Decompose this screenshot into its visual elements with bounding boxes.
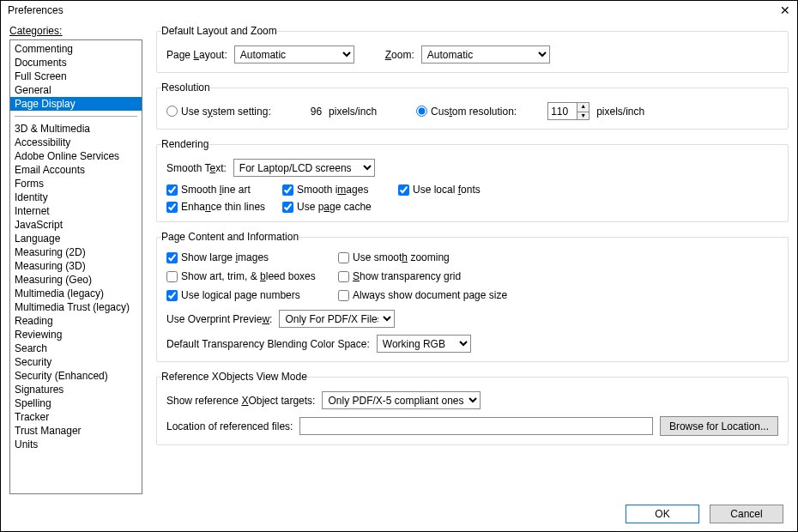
zoom-select[interactable]: Automatic: [421, 45, 550, 63]
enhance-thin-lines-checkbox[interactable]: [166, 202, 178, 213]
use-smooth-zooming-label: Use smooth zooming: [353, 251, 450, 263]
custom-dpi-spinner[interactable]: ▲▼: [547, 102, 589, 120]
xobject-targets-select[interactable]: Only PDF/X-5 compliant ones: [322, 391, 481, 409]
use-system-label: Use system setting:: [181, 106, 271, 118]
show-large-images-checkbox[interactable]: [166, 252, 178, 263]
show-transparency-grid-label: Show transparency grid: [353, 270, 461, 282]
enhance-thin-lines-label: Enhance thin lines: [181, 201, 265, 213]
smooth-images-checkbox[interactable]: [282, 184, 293, 196]
legend-page-content: Page Content and Information: [161, 231, 299, 243]
category-item[interactable]: Multimedia Trust (legacy): [10, 300, 142, 314]
smooth-text-label: Smooth Text:: [166, 162, 227, 174]
use-local-fonts-label: Use local fonts: [413, 184, 481, 196]
close-icon[interactable]: ✕: [780, 3, 790, 17]
category-item[interactable]: Page Display: [10, 97, 142, 111]
custom-resolution-radio[interactable]: [416, 106, 427, 117]
show-large-images-label: Show large images: [181, 251, 269, 263]
custom-resolution-label: Custom resolution:: [431, 106, 517, 118]
category-item[interactable]: Reviewing: [10, 328, 142, 342]
show-art-trim-label: Show art, trim, & bleed boxes: [181, 270, 316, 282]
category-item[interactable]: Adobe Online Services: [10, 149, 142, 163]
group-xobjects: Reference XObjects View Mode Show refere…: [156, 371, 789, 445]
category-item[interactable]: Security (Enhanced): [10, 369, 142, 383]
category-item[interactable]: Security: [10, 355, 142, 369]
category-item[interactable]: Spelling: [10, 396, 142, 410]
category-item[interactable]: Documents: [10, 56, 142, 70]
smooth-text-select[interactable]: For Laptop/LCD screens: [233, 159, 375, 177]
category-item[interactable]: Language: [10, 232, 142, 245]
category-item[interactable]: Internet: [10, 204, 142, 218]
group-rendering: Rendering Smooth Text: For Laptop/LCD sc…: [156, 138, 789, 222]
use-local-fonts-checkbox[interactable]: [398, 184, 409, 196]
category-item[interactable]: Reading: [10, 314, 142, 328]
always-show-doc-size-label: Always show document page size: [353, 289, 507, 301]
category-item[interactable]: Search: [10, 342, 142, 355]
overprint-label: Use Overprint Preview:: [166, 313, 272, 325]
group-resolution: Resolution Use system setting: 96 pixels…: [156, 82, 789, 130]
group-page-content: Page Content and Information Show large …: [156, 231, 789, 362]
always-show-doc-size-checkbox[interactable]: [338, 290, 349, 301]
category-item[interactable]: General: [10, 83, 142, 97]
page-layout-select[interactable]: Automatic: [234, 45, 354, 63]
system-dpi-value: 96: [311, 106, 322, 118]
xobject-targets-label: Show reference XObject targets:: [166, 395, 315, 407]
page-layout-label: Page Layout:: [166, 49, 227, 61]
show-transparency-grid-checkbox[interactable]: [338, 271, 349, 282]
smooth-line-art-checkbox[interactable]: [166, 184, 178, 196]
legend-rendering: Rendering: [161, 138, 209, 150]
category-item[interactable]: Measuring (2D): [10, 245, 142, 259]
category-item[interactable]: Commenting: [10, 42, 142, 56]
show-art-trim-checkbox[interactable]: [166, 271, 178, 282]
use-logical-page-checkbox[interactable]: [166, 290, 178, 301]
category-item[interactable]: Multimedia (legacy): [10, 287, 142, 300]
category-item[interactable]: Tracker: [10, 410, 142, 424]
categories-label: Categories:: [9, 25, 142, 37]
system-dpi-units: pixels/inch: [329, 106, 377, 118]
browse-location-button[interactable]: Browse for Location...: [660, 416, 778, 436]
categories-list[interactable]: CommentingDocumentsFull ScreenGeneralPag…: [9, 39, 142, 494]
use-smooth-zooming-checkbox[interactable]: [338, 252, 349, 263]
window-title: Preferences: [8, 4, 63, 16]
blending-space-select[interactable]: Working RGB: [377, 335, 471, 353]
custom-dpi-units: pixels/inch: [596, 106, 644, 118]
spin-down-icon[interactable]: ▼: [577, 112, 589, 121]
category-item[interactable]: Forms: [10, 177, 142, 190]
use-page-cache-checkbox[interactable]: [282, 202, 293, 213]
ok-button[interactable]: OK: [626, 505, 699, 523]
smooth-images-label: Smooth images: [297, 184, 368, 196]
spin-up-icon[interactable]: ▲: [577, 102, 589, 112]
category-item[interactable]: Trust Manager: [10, 424, 142, 438]
use-system-radio[interactable]: [166, 106, 178, 117]
category-item[interactable]: Accessibility: [10, 136, 142, 149]
category-item[interactable]: 3D & Multimedia: [10, 122, 142, 136]
category-item[interactable]: JavaScript: [10, 218, 142, 232]
category-item[interactable]: Measuring (Geo): [10, 273, 142, 287]
category-item[interactable]: Measuring (3D): [10, 259, 142, 273]
use-logical-page-label: Use logical page numbers: [181, 289, 300, 301]
category-item[interactable]: Signatures: [10, 383, 142, 396]
group-default-layout: Default Layout and Zoom Page Layout: Aut…: [156, 25, 789, 73]
overprint-select[interactable]: Only For PDF/X Files: [279, 310, 395, 328]
legend-xobjects: Reference XObjects View Mode: [161, 371, 307, 383]
legend-resolution: Resolution: [161, 82, 210, 94]
blending-space-label: Default Transparency Blending Color Spac…: [166, 338, 370, 350]
smooth-line-art-label: Smooth line art: [181, 184, 251, 196]
category-item[interactable]: Identity: [10, 190, 142, 204]
cancel-button[interactable]: Cancel: [710, 505, 783, 523]
use-page-cache-label: Use page cache: [297, 201, 372, 213]
location-label: Location of referenced files:: [166, 420, 293, 432]
category-item[interactable]: Full Screen: [10, 70, 142, 83]
category-separator: [15, 116, 137, 117]
legend-default-layout: Default Layout and Zoom: [161, 25, 277, 37]
zoom-label: Zoom:: [385, 49, 414, 61]
category-item[interactable]: Units: [10, 438, 142, 451]
location-input[interactable]: [299, 417, 653, 435]
custom-dpi-input[interactable]: [547, 102, 577, 120]
category-item[interactable]: Email Accounts: [10, 163, 142, 177]
